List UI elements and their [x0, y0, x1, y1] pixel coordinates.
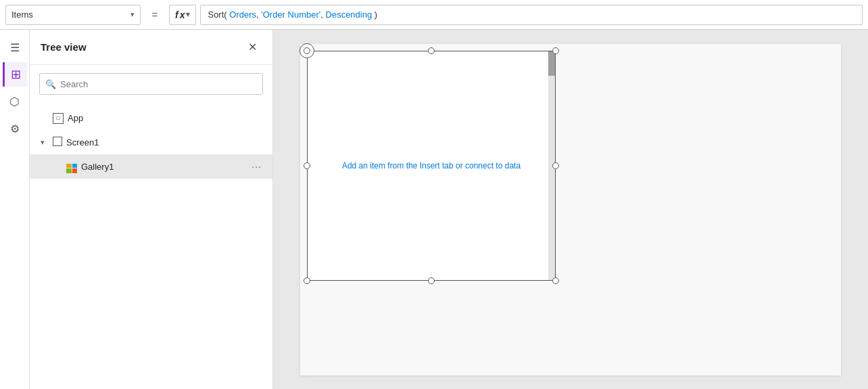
fx-label: f [175, 9, 178, 20]
chevron-down-icon: ▾ [130, 10, 135, 19]
main-area: ☰ ⊞ ⬡ ⚙ Tree view ✕ 🔍 □ [0, 30, 868, 389]
tree-title: Tree view [41, 41, 87, 53]
sidebar-btn-hamburger[interactable]: ☰ [3, 35, 27, 60]
search-bar: 🔍 [39, 73, 263, 95]
search-input[interactable] [60, 79, 257, 89]
equals-symbol: = [152, 9, 158, 20]
scrollbar-thumb[interactable] [548, 51, 555, 76]
search-icon: 🔍 [45, 79, 56, 89]
screen1-item-label: Screen1 [66, 137, 262, 147]
handle-top-right[interactable] [552, 47, 559, 54]
gallery-placeholder: Add an item from the Insert tab or conne… [308, 51, 555, 280]
tree-panel: Tree view ✕ 🔍 □ App ▾ Screen1 [30, 30, 273, 389]
tools-icon: ⚙ [10, 122, 20, 135]
handle-bottom-right[interactable] [552, 277, 559, 284]
gallery-selection-container: Add an item from the Insert tab or conne… [307, 51, 556, 281]
sidebar-btn-tools[interactable]: ⚙ [3, 116, 27, 141]
handle-middle-right[interactable] [552, 162, 559, 169]
screen-icon [53, 137, 62, 148]
tree-item-app[interactable]: □ App [30, 106, 272, 130]
property-dropdown[interactable]: Items ▾ [5, 5, 141, 25]
tree-item-gallery1[interactable]: Gallery1 ··· [30, 154, 272, 179]
layers-icon: ⊞ [11, 67, 21, 82]
fx-chevron-icon: ▾ [186, 10, 190, 19]
formula-bar[interactable]: Sort( Orders, 'Order Number', Descending… [200, 5, 863, 25]
gallery-placeholder-text: Add an item from the Insert tab or conne… [342, 161, 521, 170]
fx-italic: x [180, 9, 185, 20]
sidebar-btn-layers[interactable]: ⊞ [3, 62, 27, 87]
gallery-box[interactable]: Add an item from the Insert tab or conne… [307, 51, 556, 281]
gallery1-item-label: Gallery1 [81, 162, 247, 172]
app-item-label: App [68, 113, 262, 123]
canvas-frame: Add an item from the Insert tab or conne… [300, 44, 841, 375]
property-label: Items [11, 9, 33, 20]
formula-text: Sort( Orders, 'Order Number', Descending… [208, 9, 377, 20]
canvas-area: Add an item from the Insert tab or conne… [273, 30, 868, 389]
handle-top-left[interactable] [304, 47, 310, 54]
fx-button[interactable]: fx ▾ [169, 5, 196, 25]
expand-icon: ▾ [41, 138, 49, 147]
handle-middle-left[interactable] [304, 162, 310, 169]
gallery-icon [66, 160, 77, 173]
sidebar-btn-data[interactable]: ⬡ [3, 89, 27, 114]
app-icon: □ [53, 112, 64, 124]
tree-header: Tree view ✕ [30, 30, 272, 65]
icon-sidebar: ☰ ⊞ ⬡ ⚙ [0, 30, 30, 389]
handle-bottom-left[interactable] [304, 277, 310, 284]
more-options-button[interactable]: ··· [251, 161, 262, 172]
tree-items-list: □ App ▾ Screen1 [30, 103, 272, 181]
equals-button[interactable]: = [145, 5, 165, 25]
handle-top-center[interactable] [428, 47, 435, 54]
hamburger-icon: ☰ [10, 41, 20, 54]
close-button[interactable]: ✕ [243, 38, 262, 57]
tree-item-screen1[interactable]: ▾ Screen1 [30, 130, 272, 154]
handle-bottom-center[interactable] [428, 277, 435, 284]
data-icon: ⬡ [9, 95, 20, 109]
top-bar: Items ▾ = fx ▾ Sort( Orders, 'Order Numb… [0, 0, 868, 30]
